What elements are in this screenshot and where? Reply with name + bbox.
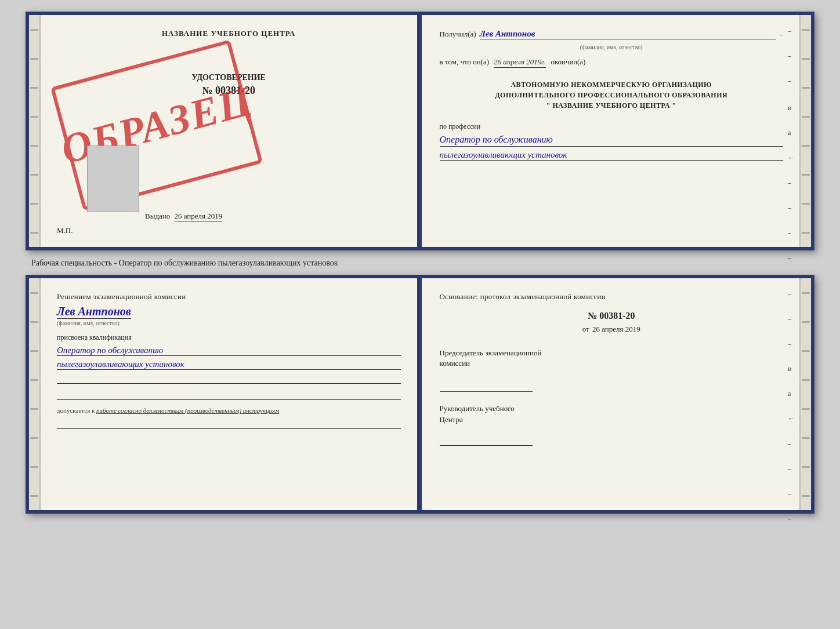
blank-line-3 xyxy=(57,419,401,429)
mp-label: М.П. xyxy=(57,226,73,235)
spine-mark xyxy=(30,379,38,381)
top-left-page: НАЗВАНИЕ УЧЕБНОГО ЦЕНТРА ОБРАЗЕЦ УДОСТОВ… xyxy=(41,15,419,247)
allowed-value: работе согласно должностным (производств… xyxy=(96,407,279,414)
qual-line2: пылегазоулавливающих установок xyxy=(57,359,401,370)
spine-mark xyxy=(802,58,810,60)
received-name: Лев Антпонов xyxy=(480,29,776,39)
spine-mark xyxy=(30,87,38,89)
decision-text: Решением экзаменационной комиссии xyxy=(57,292,401,301)
chairman-signature-line xyxy=(440,380,533,392)
right-spine xyxy=(799,15,811,247)
top-diploma-book: НАЗВАНИЕ УЧЕБНОГО ЦЕНТРА ОБРАЗЕЦ УДОСТОВ… xyxy=(26,12,814,250)
spine-mark xyxy=(802,495,810,497)
spine-mark xyxy=(30,466,38,468)
issued-label: Выдано xyxy=(145,212,170,220)
spine-mark xyxy=(30,292,38,294)
org-line1: АВТОНОМНУЮ НЕКОММЕРЧЕСКУЮ ОРГАНИЗАЦИЮ xyxy=(440,79,784,90)
fio-subtext: (фамилия, имя, отчество) xyxy=(440,44,784,50)
spine-mark xyxy=(802,232,810,234)
spine-mark xyxy=(802,174,810,176)
left-spine xyxy=(29,15,41,247)
document-wrapper: НАЗВАНИЕ УЧЕБНОГО ЦЕНТРА ОБРАЗЕЦ УДОСТОВ… xyxy=(26,12,814,514)
bottom-left-page: Решением экзаменационной комиссии Лев Ан… xyxy=(41,278,419,510)
spine-mark xyxy=(30,29,38,31)
blank-line-2 xyxy=(57,390,401,400)
chairman-line2: комиссии xyxy=(440,358,784,369)
completed-date: 26 апреля 2019г. xyxy=(494,57,546,68)
allowed-label: допускается к xyxy=(57,407,95,414)
spine-mark xyxy=(802,321,810,323)
qual-line1: Оператор по обслуживанию xyxy=(57,346,401,356)
protocol-date: от 26 апреля 2019 xyxy=(440,325,784,334)
issued-line: Выдано 26 апреля 2019 xyxy=(145,212,222,221)
in-that-label: в том, что он(а) xyxy=(440,57,490,67)
profession-line1: Оператор по обслуживанию xyxy=(440,133,784,147)
spine-mark xyxy=(30,232,38,234)
bottom-right-dashes: – – – и а ← – – – – xyxy=(788,290,795,523)
photo-placeholder xyxy=(87,146,139,212)
protocol-date-value: 26 апреля 2019 xyxy=(592,325,640,333)
spine-mark xyxy=(30,174,38,176)
org-name-block: АВТОНОМНУЮ НЕКОММЕРЧЕСКУЮ ОРГАНИЗАЦИЮ ДО… xyxy=(440,79,784,111)
director-line1: Руководитель учебного xyxy=(440,403,784,414)
specialty-text: Рабочая специальность - Оператор по обсл… xyxy=(31,259,338,267)
assigned-label: присвоена квалификация xyxy=(57,333,401,342)
profession-label: по профессии xyxy=(440,122,784,131)
allowed-line: допускается к работе согласно должностны… xyxy=(57,407,401,414)
bottom-left-spine xyxy=(29,278,41,510)
in-that-line: в том, что он(а) 26 апреля 2019г. окончи… xyxy=(440,57,784,68)
spine-mark xyxy=(802,203,810,205)
chairman-label: Председатель экзаменационной комиссии xyxy=(440,348,784,369)
spine-mark xyxy=(802,292,810,294)
received-line: Получил(а) Лев Антпонов – xyxy=(440,29,784,39)
spine-mark xyxy=(802,466,810,468)
spine-mark xyxy=(30,58,38,60)
spine-mark xyxy=(30,145,38,147)
spine-mark xyxy=(802,87,810,89)
spine-mark xyxy=(30,321,38,323)
profession-line2: пылегазоулавливающих установок xyxy=(440,150,784,161)
top-right-page: Получил(а) Лев Антпонов – (фамилия, имя,… xyxy=(419,15,800,247)
spine-mark xyxy=(802,145,810,147)
bottom-right-spine xyxy=(799,278,811,510)
spine-mark xyxy=(802,408,810,410)
issued-date: 26 апреля 2019 xyxy=(175,212,223,221)
bottom-fio-subtext: (фамилия, имя, отчество) xyxy=(57,320,401,326)
spine-mark xyxy=(30,437,38,439)
spine-mark xyxy=(30,350,38,352)
spine-mark xyxy=(30,203,38,205)
cert-title: НАЗВАНИЕ УЧЕБНОГО ЦЕНТРА xyxy=(57,29,401,38)
protocol-number: № 00381-20 xyxy=(440,311,784,321)
spine-mark xyxy=(802,437,810,439)
spine-mark xyxy=(802,29,810,31)
director-line2: Центра xyxy=(440,415,784,425)
right-dashes: – – – и а ← – – – – xyxy=(788,27,795,262)
bottom-right-page: Основание: протокол экзаменационной коми… xyxy=(419,278,800,510)
blank-line-1 xyxy=(57,373,401,384)
person-name-bottom: Лев Антпонов xyxy=(57,305,131,319)
spine-mark xyxy=(802,116,810,118)
specialty-text-container: Рабочая специальность - Оператор по обсл… xyxy=(26,257,814,268)
spine-mark xyxy=(30,116,38,118)
obrazets-stamp: ОБРАЗЕЦ xyxy=(50,39,263,210)
basis-label: Основание: протокол экзаменационной коми… xyxy=(440,292,784,301)
chairman-line1: Председатель экзаменационной xyxy=(440,348,784,358)
protocol-date-prefix: от xyxy=(582,325,589,333)
spine-mark xyxy=(30,495,38,497)
cert-type: УДОСТОВЕРЕНИЕ xyxy=(57,73,401,82)
bottom-diploma-book: Решением экзаменационной комиссии Лев Ан… xyxy=(26,275,814,514)
received-label: Получил(а) xyxy=(440,30,476,39)
director-label: Руководитель учебного Центра xyxy=(440,403,784,424)
director-signature-line xyxy=(440,434,533,446)
cert-number: № 00381-20 xyxy=(57,85,401,97)
spine-mark xyxy=(802,350,810,352)
org-line3: " НАЗВАНИЕ УЧЕБНОГО ЦЕНТРА " xyxy=(440,100,784,111)
spine-mark xyxy=(802,379,810,381)
org-line2: ДОПОЛНИТЕЛЬНОГО ПРОФЕССИОНАЛЬНОГО ОБРАЗО… xyxy=(440,90,784,100)
completed-label: окончил(а) xyxy=(551,57,585,67)
spine-mark xyxy=(30,408,38,410)
